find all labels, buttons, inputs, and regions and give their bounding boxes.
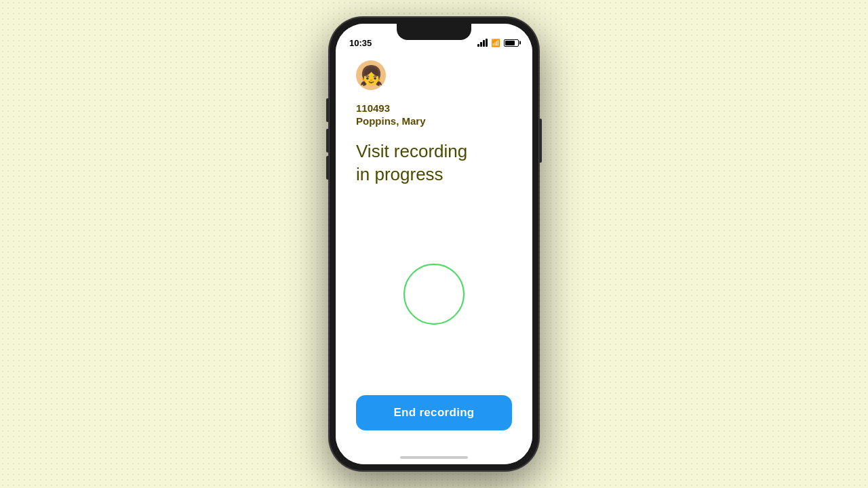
avatar-emoji: 👧: [359, 64, 383, 87]
signal-icon: [477, 39, 488, 47]
avatar: 👧: [356, 60, 386, 90]
status-time: 10:35: [349, 38, 372, 48]
avatar-container: 👧: [356, 60, 512, 90]
wifi-icon: 📶: [491, 39, 500, 47]
recording-animation: [356, 207, 512, 382]
notch: [397, 24, 471, 40]
recording-title-line1: Visit recording: [356, 141, 467, 161]
phone-screen: 10:35 📶 👧: [336, 24, 532, 464]
patient-name: Poppins, Mary: [356, 115, 512, 127]
home-indicator: [336, 451, 532, 464]
recording-title-line2: in progress: [356, 164, 443, 184]
recording-title: Visit recording in progress: [356, 140, 512, 186]
pulse-circle: [403, 264, 465, 325]
phone-mockup: 10:35 📶 👧: [329, 17, 539, 471]
patient-id: 110493: [356, 101, 512, 115]
end-recording-button[interactable]: End recording: [356, 395, 512, 430]
home-bar: [400, 456, 468, 459]
status-icons: 📶: [477, 39, 519, 47]
battery-icon: [504, 39, 519, 47]
app-content: 👧 110493 Poppins, Mary Visit recording i…: [336, 54, 532, 451]
